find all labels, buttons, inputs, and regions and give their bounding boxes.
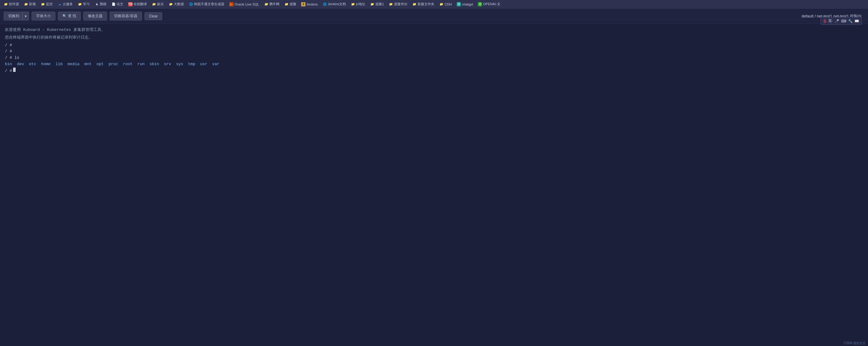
bookmark-bigdata[interactable]: 📁 大数据	[167, 1, 185, 7]
switch-container-button[interactable]: 切换容器/容器	[110, 12, 142, 21]
switch-button-group: 切换到 ▾	[4, 12, 29, 21]
bookmark-chess[interactable]: ♟ 围棋	[93, 1, 108, 7]
globe-icon: 🌐	[189, 2, 193, 6]
switch-button[interactable]: 切换到	[4, 12, 24, 21]
ime-settings-icon[interactable]: 🔧	[848, 19, 853, 23]
bookmark-translate[interactable]: YD 在线翻译	[127, 1, 148, 7]
bookmark-cdh[interactable]: 📁 CDH	[438, 2, 453, 7]
folder-icon: 📁	[24, 2, 28, 6]
bookmark-daolong-war[interactable]: 📁 道隆华尔	[388, 1, 409, 7]
bookmark-generator[interactable]: 🌐 狗屁不通文章生成器	[188, 1, 225, 7]
folder-icon: 📁	[351, 2, 355, 6]
terminal-prompt: / # ls	[5, 55, 19, 61]
ime-book-icon[interactable]: 📖	[855, 19, 859, 23]
folder-icon: 📁	[284, 2, 289, 6]
footer: CSDN @赶文文	[841, 341, 868, 346]
bookmark-video[interactable]: 📁 影视	[23, 1, 37, 7]
ime-s-label: S	[823, 19, 826, 24]
terminal-prompt: / #	[5, 48, 12, 55]
change-theme-button[interactable]: 修改主题	[83, 12, 107, 21]
bookmark-jc[interactable]: 📁 jc地址	[349, 1, 366, 7]
bookmark-new-folder[interactable]: 📁 新建文件夹	[411, 1, 436, 7]
terminal-line-current: / #	[5, 68, 863, 74]
terminal-line-1: / #	[5, 42, 863, 49]
chatgpt-icon: G	[457, 2, 461, 6]
terminal-prompt: / #	[5, 68, 12, 74]
clear-button[interactable]: Clear	[145, 12, 162, 20]
folder-icon: 📁	[370, 2, 374, 6]
bookmark-oracle[interactable]: ▷ Oracle Live SQL	[228, 2, 260, 7]
terminal-area[interactable]: 欢迎使用 Kuboard - Kubernetes 多集群管理工具。 您在终端界…	[0, 24, 868, 346]
terminal-ls-output: bin dev etc home lib media mnt opt proc …	[5, 61, 863, 68]
ime-label: 英·	[828, 18, 833, 24]
bookmark-software[interactable]: 📁 软件源	[2, 1, 20, 7]
search-button[interactable]: 🔍 查 找	[58, 12, 81, 21]
bookmark-jenkins-doc[interactable]: 🌐 Jenkins文档	[321, 1, 347, 7]
switch-dropdown-button[interactable]: ▾	[22, 12, 29, 21]
bookmark-entertainment[interactable]: 📁 娱乐	[151, 1, 165, 7]
bookmark-daolong1[interactable]: 📁 道隆1	[369, 1, 385, 7]
bookmark-daolong[interactable]: 📁 道隆	[283, 1, 298, 7]
folder-icon: 📁	[264, 2, 269, 6]
folder-icon: 📁	[4, 2, 8, 6]
bookmark-bar: 📁 软件源 📁 影视 📁 监控 ☁ 云服务 📁 学习 ♟ 围棋 📄 论文 YD …	[0, 0, 868, 8]
ime-mic-icon[interactable]: 🎤	[835, 19, 839, 23]
bookmark-chatgpt[interactable]: G chatgpt	[456, 2, 474, 7]
chess-icon: ♟	[95, 2, 99, 6]
bookmark-jenkins[interactable]: J Jenkins	[300, 2, 319, 7]
translate-icon: YD	[128, 2, 132, 6]
globe-icon: 🌐	[322, 2, 327, 6]
bookmark-study[interactable]: 📁 学习	[76, 1, 91, 7]
terminal-welcome-2: 您在终端界面中执行的操作将被记录到审计日志。	[5, 35, 863, 41]
folder-icon: 📁	[439, 2, 443, 6]
font-size-button[interactable]: 字体大小	[32, 12, 55, 21]
folder-icon: 📁	[41, 2, 45, 6]
cloud-icon: ☁	[58, 2, 62, 6]
paper-icon: 📄	[112, 2, 116, 6]
search-icon: 🔍	[62, 14, 67, 18]
folder-icon: 📁	[78, 2, 82, 6]
openai-icon: O	[478, 2, 482, 6]
oracle-icon: ▷	[229, 2, 234, 6]
terminal-cursor	[13, 68, 16, 72]
jenkins-icon: J	[301, 2, 306, 6]
bookmark-paper[interactable]: 📄 论文	[110, 1, 125, 7]
terminal-welcome-1: 欢迎使用 Kuboard - Kubernetes 多集群管理工具。	[5, 27, 863, 33]
folder-icon: 📁	[168, 2, 173, 6]
bookmark-openai[interactable]: O OPENAI-文	[476, 1, 501, 7]
bookmark-cloud[interactable]: ☁ 云服务	[56, 1, 74, 7]
ime-widget[interactable]: S 英· 🎤 ⌨ 🔧 📖	[820, 17, 862, 25]
folder-icon: 📁	[389, 2, 393, 6]
terminal-line-ls-cmd: / # ls	[5, 55, 863, 61]
toolbar: 切换到 ▾ 字体大小 🔍 查 找 修改主题 切换容器/容器 Clear defa…	[0, 8, 868, 24]
folder-icon: 📁	[412, 2, 416, 6]
ime-keyboard-icon[interactable]: ⌨	[841, 19, 846, 23]
terminal-prompt: / #	[5, 42, 12, 49]
folder-icon: 📁	[152, 2, 156, 6]
bookmark-tengniu[interactable]: 📁 腾牛网	[263, 1, 281, 7]
chevron-down-icon: ▾	[25, 14, 27, 18]
terminal-line-2: / #	[5, 48, 863, 55]
bookmark-monitor[interactable]: 📁 监控	[39, 1, 54, 7]
